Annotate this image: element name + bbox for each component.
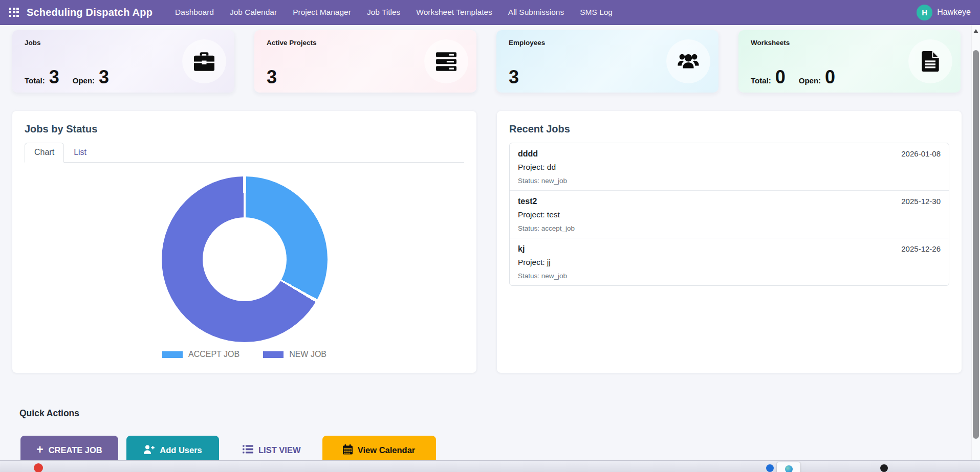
legend-item-accept-job[interactable]: ACCEPT JOB — [162, 350, 239, 359]
job-status: Status: accept_job — [518, 224, 941, 232]
file-icon — [908, 39, 952, 83]
job-project: Project: jj — [518, 258, 941, 267]
list-icon — [243, 445, 253, 456]
user-plus-icon — [143, 445, 155, 456]
legend-item-new-job[interactable]: NEW JOB — [263, 350, 326, 359]
jobs-status-donut — [162, 176, 328, 342]
chart-legend: ACCEPT JOB NEW JOB — [25, 350, 464, 359]
job-title: test2 — [518, 197, 537, 206]
job-date: 2026-01-08 — [901, 149, 941, 158]
legend-label: NEW JOB — [289, 350, 326, 359]
jobs-by-status-panel: Jobs by Status Chart List ACCEPT JOB NEW… — [12, 111, 476, 373]
briefcase-icon — [182, 39, 226, 83]
taskbar-active-app-tile[interactable] — [777, 462, 800, 472]
legend-swatch-new-job — [263, 351, 284, 358]
top-navbar: Scheduling Dispatch App Dashboard Job Ca… — [0, 0, 980, 25]
legend-label: ACCEPT JOB — [188, 350, 239, 359]
stats-row: Jobs Total: 3 Open: 3 Active Projects 3 — [12, 30, 961, 93]
server-icon — [424, 39, 468, 83]
taskbar — [0, 460, 980, 472]
quick-actions-title: Quick Actions — [19, 408, 79, 419]
metric-value: 3 — [99, 69, 109, 85]
nav-item-dashboard[interactable]: Dashboard — [175, 8, 214, 17]
metric-label: Open: — [799, 76, 821, 85]
app-title[interactable]: Scheduling Dispatch App — [27, 7, 153, 18]
nav-item-job-calendar[interactable]: Job Calendar — [230, 8, 277, 17]
job-list-item[interactable]: dddd 2026-01-08 Project: dd Status: new_… — [510, 143, 949, 191]
button-label: Add Users — [160, 445, 202, 455]
stat-card-employees: Employees 3 — [496, 30, 718, 93]
avatar[interactable]: H — [917, 5, 932, 20]
tab-chart[interactable]: Chart — [25, 143, 64, 163]
metric-label: Total: — [751, 76, 771, 85]
users-icon — [666, 39, 710, 83]
app-grid-icon[interactable] — [9, 8, 19, 17]
nav-item-worksheet-templates[interactable]: Worksheet Templates — [416, 8, 492, 17]
calendar-icon — [343, 444, 353, 457]
nav-item-sms-log[interactable]: SMS Log — [580, 8, 613, 17]
nav-item-job-titles[interactable]: Job Titles — [367, 8, 400, 17]
stat-card-active-projects: Active Projects 3 — [254, 30, 476, 93]
job-status: Status: new_job — [518, 177, 941, 185]
nav-item-project-manager[interactable]: Project Manager — [293, 8, 351, 17]
plus-icon: + — [36, 444, 43, 456]
jobs-status-tabs: Chart List — [25, 143, 464, 163]
recent-jobs-list: dddd 2026-01-08 Project: dd Status: new_… — [509, 143, 949, 286]
stat-card-worksheets: Worksheets Total: 0 Open: 0 — [738, 30, 961, 93]
job-title: kj — [518, 244, 525, 254]
job-project: Project: dd — [518, 163, 941, 172]
stat-card-jobs: Jobs Total: 3 Open: 3 — [12, 30, 234, 93]
panel-title: Recent Jobs — [509, 123, 949, 135]
job-list-item[interactable]: test2 2025-12-30 Project: test Status: a… — [510, 191, 949, 238]
recent-jobs-panel: Recent Jobs dddd 2026-01-08 Project: dd … — [497, 111, 962, 373]
chart-area — [25, 176, 464, 342]
job-date: 2025-12-30 — [901, 197, 941, 206]
nav-item-all-submissions[interactable]: All Submissions — [508, 8, 564, 17]
job-title: dddd — [518, 149, 538, 159]
button-label: CREATE JOB — [49, 445, 102, 455]
metric-value: 0 — [775, 69, 786, 85]
button-label: View Calendar — [358, 445, 416, 455]
job-status: Status: new_job — [518, 272, 941, 280]
scrollbar-thumb[interactable] — [973, 50, 979, 439]
metric-value: 3 — [49, 69, 59, 85]
job-date: 2025-12-26 — [901, 244, 941, 253]
job-project: Project: test — [518, 210, 941, 219]
tab-list[interactable]: List — [64, 143, 96, 163]
metric-label: Open: — [73, 76, 95, 85]
browser-icon — [785, 465, 793, 472]
main-nav: Dashboard Job Calendar Project Manager J… — [175, 8, 613, 17]
user-name: Hawkeye — [937, 8, 971, 17]
vertical-scrollbar[interactable] — [971, 25, 980, 460]
metric-label: Total: — [25, 76, 45, 85]
legend-swatch-accept-job — [162, 351, 183, 358]
metric-value: 0 — [825, 69, 835, 85]
scroll-up-button[interactable] — [973, 29, 978, 33]
button-label: LIST VIEW — [258, 445, 301, 455]
taskbar-app-icon-red[interactable] — [34, 463, 43, 472]
taskbar-app-icon-black[interactable] — [880, 464, 888, 472]
job-list-item[interactable]: kj 2025-12-26 Project: jj Status: new_jo… — [510, 238, 949, 285]
user-menu[interactable]: H Hawkeye — [917, 5, 971, 20]
panel-title: Jobs by Status — [25, 123, 464, 135]
taskbar-app-icon-blue[interactable] — [766, 464, 774, 472]
